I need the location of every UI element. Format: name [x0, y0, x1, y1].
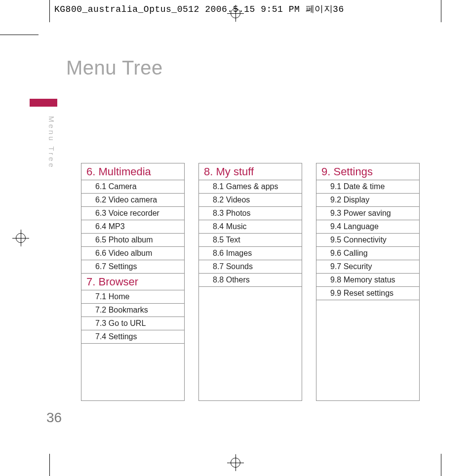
menu-item: 8.7 Sounds	[199, 260, 302, 274]
accent-bar	[30, 99, 57, 107]
menu-column: 9. Settings 9.1 Date & time 9.2 Display …	[316, 163, 420, 401]
menu-item: 8.2 Videos	[199, 194, 302, 207]
page-number: 36	[46, 410, 62, 426]
menu-column: 6. Multimedia 6.1 Camera 6.2 Video camer…	[81, 163, 185, 401]
side-label: Menu Tree	[47, 116, 56, 169]
menu-item: 8.3 Photos	[199, 207, 302, 220]
menu-item: 6.5 Photo album	[81, 234, 184, 247]
section-header: 8. My stuff	[199, 163, 302, 180]
crop-mark	[49, 0, 50, 22]
menu-item: 7.2 Bookmarks	[81, 304, 184, 317]
menu-item: 8.8 Others	[199, 274, 302, 287]
menu-item: 8.5 Text	[199, 234, 302, 247]
menu-item: 7.1 Home	[81, 290, 184, 304]
menu-item: 6.4 MP3	[81, 220, 184, 234]
crop-mark	[49, 454, 50, 476]
menu-item: 6.2 Video camera	[81, 194, 184, 207]
menu-item: 7.3 Go to URL	[81, 317, 184, 330]
crop-mark	[0, 35, 39, 35]
menu-item: 9.7 Security	[316, 260, 419, 274]
menu-item: 9.5 Connectivity	[316, 234, 419, 247]
menu-item: 9.1 Date & time	[316, 180, 419, 194]
menu-item: 8.4 Music	[199, 220, 302, 234]
menu-item: 9.9 Reset settings	[316, 287, 419, 300]
page-content: Menu Tree Menu Tree 36 6. Multimedia 6.1…	[49, 35, 441, 430]
section-header: 9. Settings	[316, 163, 419, 180]
menu-item: 9.4 Language	[316, 220, 419, 234]
registration-mark	[12, 230, 29, 246]
menu-item: 9.2 Display	[316, 194, 419, 207]
menu-item: 9.3 Power saving	[316, 207, 419, 220]
menu-item: 6.1 Camera	[81, 180, 184, 194]
menu-item: 9.8 Memory status	[316, 274, 419, 287]
registration-mark	[227, 454, 244, 471]
menu-columns: 6. Multimedia 6.1 Camera 6.2 Video camer…	[81, 163, 420, 401]
section-header: 6. Multimedia	[81, 163, 184, 180]
menu-item: 9.6 Calling	[316, 247, 419, 260]
crop-mark	[441, 454, 441, 476]
header-meta-text: KG800_australia_Optus_0512 2006.5.15 9:5…	[54, 3, 344, 15]
section-header: 7. Browser	[81, 274, 184, 290]
menu-item: 8.6 Images	[199, 247, 302, 260]
menu-item: 6.7 Settings	[81, 260, 184, 274]
menu-item: 7.4 Settings	[81, 330, 184, 344]
menu-item: 6.3 Voice recorder	[81, 207, 184, 220]
menu-item: 8.1 Games & apps	[199, 180, 302, 194]
page-title: Menu Tree	[66, 57, 441, 79]
menu-item: 6.6 Video album	[81, 247, 184, 260]
crop-mark	[441, 0, 441, 22]
menu-column: 8. My stuff 8.1 Games & apps 8.2 Videos …	[198, 163, 302, 401]
